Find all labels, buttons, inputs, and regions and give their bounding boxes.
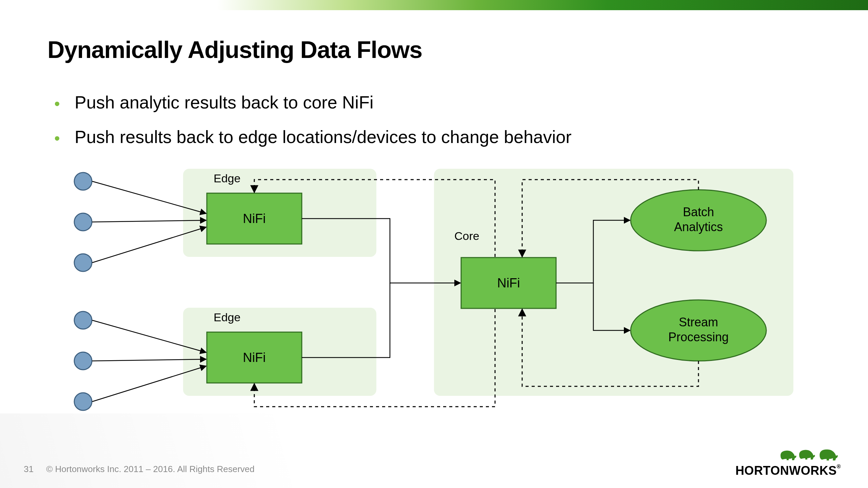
stream-label-1: Stream xyxy=(679,315,718,329)
source-nodes-bottom xyxy=(74,311,92,410)
page-number: 31 xyxy=(24,464,34,474)
svg-point-0 xyxy=(74,172,92,190)
svg-point-4 xyxy=(74,352,92,370)
core-label: Core xyxy=(454,229,479,242)
stream-label-2: Processing xyxy=(668,330,729,344)
elephants-icon xyxy=(780,448,841,462)
source-nodes-top xyxy=(74,172,92,271)
batch-label-1: Batch xyxy=(683,205,714,219)
edge-nifi-bottom-label: NiFi xyxy=(243,350,266,365)
edge-nifi-top-label: NiFi xyxy=(243,211,266,226)
hortonworks-logo: HORTONWORKS® xyxy=(735,448,841,478)
bullet-list: Push analytic results back to core NiFi … xyxy=(41,92,572,161)
core-nifi-label: NiFi xyxy=(497,276,520,290)
svg-point-1 xyxy=(74,213,92,231)
slide-title: Dynamically Adjusting Data Flows xyxy=(47,36,422,63)
flow-diagram: Edge Edge Core NiFi NiFi NiFi Batch Anal… xyxy=(64,163,800,413)
copyright-text: © Hortonworks Inc. 2011 – 2016. All Righ… xyxy=(46,464,255,474)
footer: 31 © Hortonworks Inc. 2011 – 2016. All R… xyxy=(24,464,255,474)
batch-label-2: Analytics xyxy=(674,220,723,234)
bullet-item: Push results back to edge locations/devi… xyxy=(54,127,572,147)
edge-label-bottom: Edge xyxy=(214,311,240,324)
edge-label-top: Edge xyxy=(214,172,240,185)
svg-point-5 xyxy=(74,393,92,410)
bullet-item: Push analytic results back to core NiFi xyxy=(54,92,572,113)
svg-point-2 xyxy=(74,254,92,271)
header-gradient-bar xyxy=(0,0,868,10)
hortonworks-wordmark: HORTONWORKS® xyxy=(735,464,841,478)
svg-point-3 xyxy=(74,311,92,329)
